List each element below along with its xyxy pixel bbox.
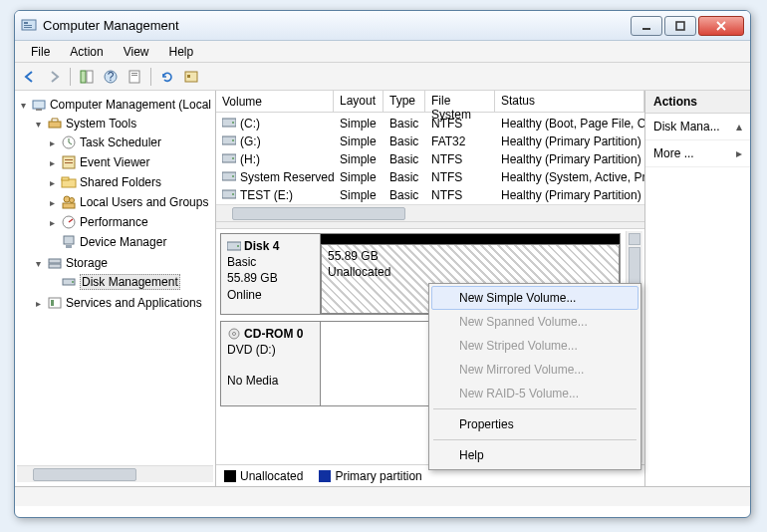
tree-root-label: Computer Management (Local [50, 98, 211, 112]
tree-storage[interactable]: Storage [31, 254, 213, 272]
ctx-new-raid5-volume: New RAID-5 Volume... [431, 382, 639, 405]
properties-button[interactable] [124, 66, 145, 88]
tree-device-manager[interactable]: Device Manager [45, 233, 213, 251]
ctx-help[interactable]: Help [431, 443, 639, 467]
minimize-button[interactable] [631, 16, 662, 36]
svg-rect-30 [49, 259, 61, 263]
menu-view[interactable]: View [114, 43, 159, 61]
col-status[interactable]: Status [495, 91, 644, 112]
show-hide-tree-button[interactable] [76, 66, 98, 88]
back-button[interactable] [19, 66, 41, 88]
svg-rect-6 [81, 71, 86, 83]
svg-point-49 [233, 333, 236, 336]
forward-button[interactable] [43, 66, 65, 88]
svg-rect-31 [49, 264, 61, 268]
svg-rect-1 [24, 22, 28, 24]
tree-performance[interactable]: Performance [45, 213, 213, 231]
volume-list[interactable]: (C:)SimpleBasicNTFSHealthy (Boot, Page F… [216, 113, 644, 204]
window-title: Computer Management [43, 18, 629, 33]
svg-rect-15 [33, 101, 45, 109]
actions-more[interactable]: More ...▸ [645, 140, 750, 167]
svg-rect-12 [131, 75, 137, 76]
svg-point-25 [70, 198, 75, 203]
svg-rect-26 [63, 203, 75, 208]
svg-rect-28 [64, 236, 74, 244]
drive-icon [222, 152, 236, 167]
tree-local-users[interactable]: Local Users and Groups [45, 193, 213, 211]
drive-icon [222, 117, 236, 132]
table-row[interactable]: TEST (E:)SimpleBasicNTFSHealthy (Primary… [216, 186, 644, 204]
maximize-button[interactable] [664, 16, 696, 36]
toolbar: ? [15, 63, 750, 91]
tree-services[interactable]: Services and Applications [31, 294, 213, 312]
svg-rect-21 [65, 162, 73, 163]
drive-icon [222, 134, 236, 149]
close-button[interactable] [698, 16, 744, 36]
app-icon [21, 18, 37, 34]
svg-rect-23 [62, 177, 69, 180]
chevron-right-icon: ▸ [736, 146, 742, 160]
help-button[interactable]: ? [100, 66, 122, 88]
cdrom-icon [227, 328, 241, 340]
menu-action[interactable]: Action [60, 43, 113, 61]
nav-tree[interactable]: Computer Management (Local System Tools … [17, 95, 213, 465]
ctx-new-mirrored-volume: New Mirrored Volume... [431, 358, 639, 382]
drive-icon [222, 188, 236, 203]
nav-h-scrollbar[interactable] [17, 465, 213, 482]
col-layout[interactable]: Layout [334, 91, 384, 112]
svg-rect-4 [642, 28, 650, 30]
titlebar: Computer Management [15, 11, 750, 41]
menubar: File Action View Help [15, 41, 750, 63]
svg-rect-20 [65, 159, 73, 160]
drive-icon [222, 170, 236, 185]
svg-rect-5 [676, 22, 684, 30]
svg-point-47 [237, 245, 239, 247]
settings-button[interactable] [180, 66, 202, 88]
splitter[interactable] [216, 221, 644, 229]
ctx-new-simple-volume[interactable]: New Simple Volume... [431, 286, 639, 310]
table-row[interactable]: (G:)SimpleBasicFAT32Healthy (Primary Par… [216, 133, 644, 150]
unallocated-stripe [321, 234, 620, 244]
disk-icon [227, 240, 241, 252]
disk4-info: Disk 4 Basic 55.89 GB Online [221, 234, 321, 314]
svg-rect-10 [129, 71, 139, 83]
svg-point-39 [232, 139, 234, 141]
svg-rect-35 [51, 300, 54, 306]
menu-help[interactable]: Help [159, 43, 204, 61]
svg-rect-11 [131, 73, 137, 74]
actions-pane: Actions Disk Mana...▴ More ...▸ [645, 91, 750, 486]
tree-disk-management[interactable]: Disk Management [45, 273, 213, 291]
volume-list-header: Volume Layout Type File System Status [216, 91, 644, 113]
tree-event-viewer[interactable]: Event Viewer [45, 153, 213, 171]
nav-pane: Computer Management (Local System Tools … [15, 91, 216, 486]
refresh-button[interactable] [156, 66, 178, 88]
window-buttons [629, 16, 744, 36]
svg-rect-17 [49, 122, 61, 128]
volume-h-scrollbar[interactable] [216, 204, 644, 221]
tree-root[interactable]: Computer Management (Local [17, 96, 213, 114]
table-row[interactable]: (H:)SimpleBasicNTFSHealthy (Primary Part… [216, 150, 644, 168]
svg-point-45 [232, 193, 234, 195]
toolbar-separator [150, 68, 151, 86]
ctx-new-striped-volume: New Striped Volume... [431, 334, 639, 358]
svg-rect-7 [87, 71, 93, 83]
ctx-properties[interactable]: Properties [431, 412, 639, 436]
svg-rect-2 [24, 25, 32, 26]
menu-file[interactable]: File [21, 43, 60, 61]
table-row[interactable]: (C:)SimpleBasicNTFSHealthy (Boot, Page F… [216, 115, 644, 133]
svg-point-43 [232, 175, 234, 177]
actions-header: Actions [645, 91, 750, 114]
table-row[interactable]: System ReservedSimpleBasicNTFSHealthy (S… [216, 168, 644, 186]
tree-system-tools[interactable]: System Tools [31, 115, 213, 133]
actions-disk-management[interactable]: Disk Mana...▴ [645, 114, 750, 140]
ctx-new-spanned-volume: New Spanned Volume... [431, 310, 639, 334]
col-type[interactable]: Type [384, 91, 425, 112]
svg-rect-14 [187, 75, 190, 78]
tree-task-scheduler[interactable]: Task Scheduler [45, 133, 213, 151]
col-fs[interactable]: File System [425, 91, 495, 112]
svg-point-41 [232, 157, 234, 159]
tree-shared-folders[interactable]: Shared Folders [45, 173, 213, 191]
toolbar-separator [70, 68, 71, 86]
col-volume[interactable]: Volume [216, 91, 334, 112]
context-menu: New Simple Volume... New Spanned Volume.… [428, 283, 641, 470]
